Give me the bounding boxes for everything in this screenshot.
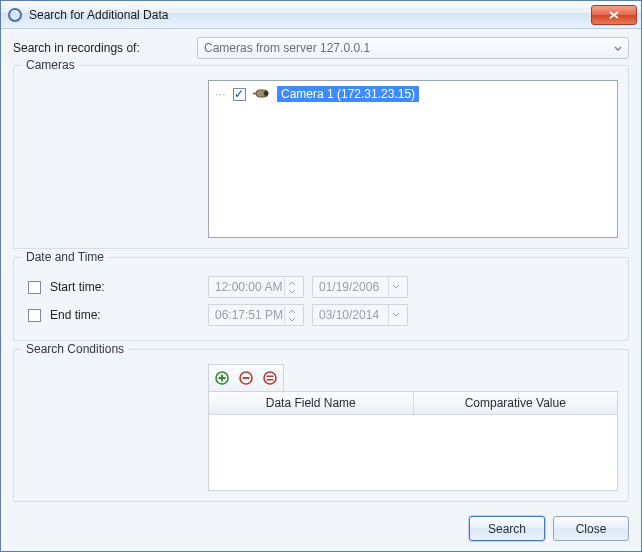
end-time-checkbox[interactable] — [28, 309, 41, 322]
column-comparative-value[interactable]: Comparative Value — [414, 392, 618, 414]
lens-icon — [7, 7, 23, 23]
svg-rect-4 — [253, 93, 256, 95]
dialog-window: Search for Additional Data Search in rec… — [0, 0, 642, 552]
svg-point-6 — [240, 372, 252, 384]
svg-point-3 — [264, 91, 269, 96]
search-button[interactable]: Search — [469, 516, 545, 541]
end-date-value: 03/10/2014 — [319, 308, 379, 322]
start-date-input[interactable]: 01/19/2006 — [312, 276, 408, 298]
date-time-legend: Date and Time — [22, 250, 108, 264]
spin-up-icon — [285, 278, 299, 287]
search-conditions-group: Search Conditions — [13, 349, 629, 502]
add-condition-button[interactable] — [211, 367, 233, 389]
search-conditions-legend: Search Conditions — [22, 342, 128, 356]
chevron-down-icon — [388, 305, 403, 325]
conditions-area: Data Field Name Comparative Value — [208, 364, 618, 491]
conditions-toolbar — [208, 364, 284, 391]
svg-point-5 — [216, 372, 228, 384]
chevron-down-icon — [388, 277, 403, 297]
title-bar: Search for Additional Data — [1, 1, 641, 29]
end-date-input[interactable]: 03/10/2014 — [312, 304, 408, 326]
start-time-input[interactable]: 12:00:00 AM — [208, 276, 304, 298]
cameras-legend: Cameras — [22, 58, 79, 72]
start-time-checkbox[interactable] — [28, 281, 41, 294]
clear-conditions-button[interactable] — [259, 367, 281, 389]
start-time-label: Start time: — [50, 280, 105, 294]
search-in-value: Cameras from server 127.0.0.1 — [204, 41, 370, 55]
camera-tree-item[interactable]: ··· Camera 1 (172.31.23.15) — [215, 85, 611, 103]
dialog-client-area: Search in recordings of: Cameras from se… — [1, 29, 641, 551]
conditions-table-header: Data Field Name Comparative Value — [209, 392, 617, 415]
spin-down-icon — [285, 315, 299, 324]
start-date-value: 01/19/2006 — [319, 280, 379, 294]
remove-icon — [239, 371, 253, 385]
spin-up-icon — [285, 306, 299, 315]
tree-connector: ··· — [215, 89, 225, 100]
end-time-input[interactable]: 06:17:51 PM — [208, 304, 304, 326]
search-in-row: Search in recordings of: Cameras from se… — [13, 37, 629, 59]
clear-all-icon — [263, 371, 277, 385]
end-time-row: End time: 06:17:51 PM 03/10/2014 — [24, 302, 618, 328]
chevron-down-icon — [614, 41, 622, 55]
svg-point-0 — [9, 9, 21, 21]
date-time-group: Date and Time Start time: 12:00:00 AM 01… — [13, 257, 629, 341]
window-title: Search for Additional Data — [29, 8, 591, 22]
conditions-table[interactable]: Data Field Name Comparative Value — [208, 391, 618, 491]
window-close-button[interactable] — [591, 5, 637, 25]
end-time-value: 06:17:51 PM — [215, 308, 283, 322]
search-in-label: Search in recordings of: — [13, 41, 197, 55]
cameras-group: Cameras ··· Camera 1 (172.31.23.15) — [13, 65, 629, 249]
search-in-dropdown[interactable]: Cameras from server 127.0.0.1 — [197, 37, 629, 59]
start-time-spinner[interactable] — [284, 278, 299, 296]
svg-point-7 — [264, 372, 276, 384]
add-icon — [215, 371, 229, 385]
remove-condition-button[interactable] — [235, 367, 257, 389]
dialog-footer: Search Close — [13, 510, 629, 541]
start-time-row: Start time: 12:00:00 AM 01/19/2006 — [24, 274, 618, 300]
column-data-field-name[interactable]: Data Field Name — [209, 392, 414, 414]
camera-label: Camera 1 (172.31.23.15) — [277, 86, 419, 102]
end-time-spinner[interactable] — [284, 306, 299, 324]
cameras-tree[interactable]: ··· Camera 1 (172.31.23.15) — [208, 80, 618, 238]
close-button[interactable]: Close — [553, 516, 629, 541]
end-time-label: End time: — [50, 308, 101, 322]
spin-down-icon — [285, 287, 299, 296]
camera-checkbox[interactable] — [233, 88, 246, 101]
svg-rect-2 — [256, 90, 268, 97]
start-time-value: 12:00:00 AM — [215, 280, 282, 294]
camera-icon — [253, 88, 273, 100]
close-icon — [609, 11, 619, 19]
svg-point-1 — [11, 10, 16, 16]
